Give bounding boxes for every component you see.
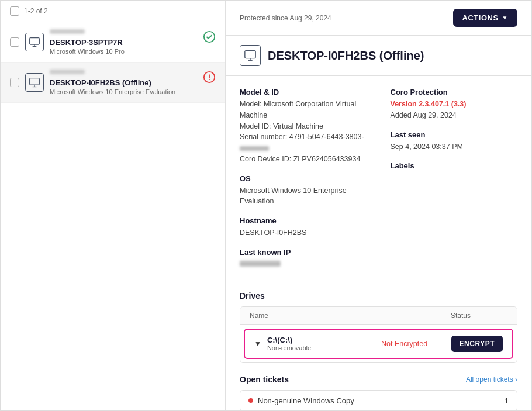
drives-table-header: Name Status [240,307,517,325]
device-checkbox[interactable] [10,37,19,47]
svg-rect-0 [30,38,40,45]
drives-section: Drives Name Status ▼ C:\(C:\) Non-remova… [240,291,517,363]
right-header: Protected since Aug 29, 2024 ACTIONS ▼ [226,1,531,36]
actions-label: ACTIONS [462,13,499,22]
device-icon [25,33,44,51]
device-checkbox[interactable] [10,78,19,87]
serial-blurred [240,146,269,151]
labels-title: Labels [391,161,518,170]
ip-blurred [240,261,281,267]
device-list-header: 1-2 of 2 [1,1,225,22]
model-label: Model: Microsoft Corporation Virtual Mac… [240,99,367,121]
device-info: DESKTOP-I0FH2BS (Offline) Microsoft Wind… [50,70,216,95]
model-id-label: Model ID: Virtual Machine [240,121,367,132]
device-item[interactable]: DESKTOP-I0FH2BS (Offline) Microsoft Wind… [1,63,225,103]
detail-left-col: Model & ID Model: Microsoft Corporation … [240,88,367,279]
drive-row: ▼ C:\(C:\) Non-removable Not Encrypted E… [244,329,513,359]
actions-button[interactable]: ACTIONS ▼ [453,9,517,27]
device-os: Microsoft Windows 10 Enterprise Evaluati… [50,88,216,95]
last-known-ip-title: Last known IP [240,248,367,257]
right-panel: Protected since Aug 29, 2024 ACTIONS ▼ D… [226,1,531,410]
drives-title: Drives [240,291,517,301]
os-section: OS Microsoft Windows 10 Enterprise Evalu… [240,174,367,208]
last-known-ip-section: Last known IP [240,248,367,270]
device-detail-title: DESKTOP-I0FH2BS (Offline) [268,49,424,63]
drives-col-status: Status [414,312,507,320]
ticket-status-dot [248,398,253,403]
hostname-title: Hostname [240,216,367,225]
os-title: OS [240,174,367,183]
device-item[interactable]: DESKTOP-3SPTP7R Microsoft Windows 10 Pro [1,22,225,63]
serial-label: Serial number: 4791-5047-6443-3803- [240,132,367,154]
drives-table: Name Status ▼ C:\(C:\) Non-removable Not… [240,306,517,363]
last-seen-value: Sep 4, 2024 03:37 PM [391,141,518,153]
all-open-tickets-link[interactable]: All open tickets › [466,375,517,384]
device-name: DESKTOP-I0FH2BS (Offline) [50,78,216,87]
hostname-section: Hostname DESKTOP-I0FH2BS [240,216,367,239]
device-status-warning-icon [203,71,216,85]
svg-rect-10 [245,51,255,58]
device-count-label: 1-2 of 2 [24,7,48,15]
drive-name: C:\(C:\) [267,336,358,344]
chevron-down-icon: ▼ [502,15,508,21]
device-detail-icon [240,45,261,66]
ticket-count: 1 [505,396,509,405]
device-os: Microsoft Windows 10 Pro [50,48,216,55]
coro-protection-title: Coro Protection [391,88,518,96]
ticket-left: Non-genuine Windows Copy [248,396,354,405]
protected-since-label: Protected since Aug 29, 2024 [240,14,331,22]
device-detail-header: DESKTOP-I0FH2BS (Offline) [226,36,531,76]
device-info: DESKTOP-3SPTP7R Microsoft Windows 10 Pro [50,29,216,55]
model-title: Model & ID [240,88,367,96]
drive-type: Non-removable [267,344,358,351]
hostname-value: DESKTOP-I0FH2BS [240,227,367,239]
left-panel: 1-2 of 2 DESKTOP-3SPTP7R Microsoft Windo… [1,1,226,410]
svg-rect-4 [30,78,40,85]
encrypt-button[interactable]: ENCRYPT [451,336,503,352]
ticket-row: Non-genuine Windows Copy 1 [240,390,517,411]
device-name: DESKTOP-3SPTP7R [50,38,216,47]
last-seen-title: Last seen [391,130,518,139]
detail-body: Model & ID Model: Microsoft Corporation … [226,76,531,410]
detail-right-col: Coro Protection Version 2.3.407.1 (3.3) … [391,88,518,279]
coro-protection-added: Added Aug 29, 2024 [391,110,518,121]
last-known-ip-value [240,259,367,270]
drive-status: Not Encrypted [358,340,451,348]
device-icon [25,73,44,92]
os-value: Microsoft Windows 10 Enterprise Evaluati… [240,185,367,208]
model-section: Model & ID Model: Microsoft Corporation … [240,88,367,165]
ticket-name: Non-genuine Windows Copy [258,396,354,405]
device-list: DESKTOP-3SPTP7R Microsoft Windows 10 Pro [1,22,225,410]
coro-protection-version: Version 2.3.407.1 (3.3) [391,99,518,110]
drive-name-col: C:\(C:\) Non-removable [267,336,358,351]
last-seen-section: Last seen Sep 4, 2024 03:37 PM [391,130,518,153]
drives-col-name: Name [250,312,414,320]
open-tickets-header: Open tickets All open tickets › [240,375,517,384]
labels-section: Labels [391,161,518,170]
coro-protection-section: Coro Protection Version 2.3.407.1 (3.3) … [391,88,518,121]
svg-point-9 [209,79,210,80]
drive-expand-icon[interactable]: ▼ [254,340,261,348]
coro-device-id: Coro Device ID: ZLPV624056433934 [240,154,367,165]
select-all-checkbox[interactable] [10,6,19,16]
device-status-ok-icon [203,30,216,45]
open-tickets-title: Open tickets [240,375,289,384]
